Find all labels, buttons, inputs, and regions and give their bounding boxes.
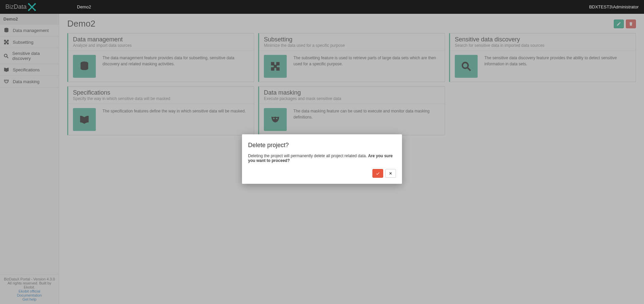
svg-point-2	[28, 9, 30, 11]
modal-title: Delete project?	[248, 142, 396, 149]
topbar-project-name[interactable]: Demo2	[77, 4, 91, 9]
check-icon	[375, 171, 380, 176]
modal-body: Deleting the project will permanently de…	[248, 154, 396, 163]
app-logo[interactable]: BizData	[5, 2, 37, 12]
logo-text-data: Data	[14, 3, 27, 10]
confirm-delete-button[interactable]	[372, 169, 383, 178]
svg-point-1	[34, 3, 36, 5]
topbar-user-label[interactable]: BDXTEST3\Administrator	[589, 4, 639, 9]
cancel-delete-button[interactable]	[385, 169, 396, 178]
modal-body-text: Deleting the project will permanently de…	[248, 154, 368, 158]
close-icon	[389, 171, 393, 175]
logo-x-icon	[27, 2, 37, 12]
svg-point-3	[34, 9, 36, 11]
delete-project-dialog: Delete project? Deleting the project wil…	[242, 134, 402, 184]
topbar: BizData Demo2 BDXTEST3\Administrator	[0, 0, 644, 14]
logo-text-biz: Biz	[5, 3, 14, 10]
modal-backdrop[interactable]: Delete project? Deleting the project wil…	[0, 14, 644, 304]
svg-point-0	[28, 3, 30, 5]
